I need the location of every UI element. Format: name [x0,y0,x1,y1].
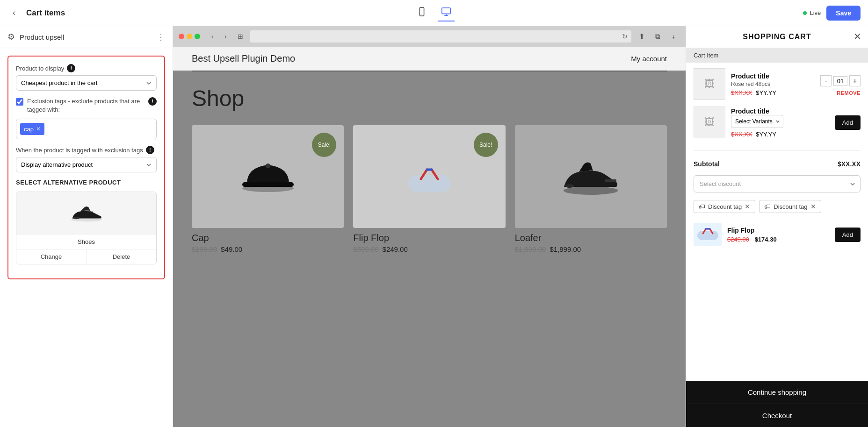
save-button[interactable]: Save [826,6,861,21]
svg-point-17 [565,184,574,188]
cart-item-1-price-new: $YY.YY [756,89,776,96]
discount-tag-1-remove[interactable]: ✕ [745,203,750,210]
sale-badge-cap: Sale! [312,133,336,157]
live-badge: Live [803,9,821,16]
svg-rect-2 [442,7,450,14]
info-icon-when-tagged: ! [146,146,154,154]
tag-icon-1: 🏷 [699,203,705,210]
cart-section-label: Cart Item [686,48,868,63]
cart-item-1-title: Product title [731,72,815,80]
select-alt-label: SELECT ALTERNATIVE PRODUCT [16,179,157,186]
dot-red [179,34,184,39]
add-button-2[interactable]: Add [835,115,861,130]
upsell-image [694,223,722,246]
image-placeholder-2: 🖼 [704,116,715,128]
cap-name: Cap [192,233,344,243]
svg-rect-8 [242,182,294,187]
shop-header: Best Upsell Plugin Demo My account [173,47,686,71]
share-button[interactable]: ⬆ [635,30,648,43]
tag-area: cap ✕ [16,119,157,139]
delete-button[interactable]: Delete [87,249,156,264]
dots-icon[interactable]: ⋮ [157,32,165,42]
cart-item-2-price-strike: $XX.XX [731,131,752,138]
discount-tags-row: 🏷 Discount tag ✕ 🏷 Discount tag ✕ [686,196,868,217]
tag-label: cap [24,126,34,133]
cart-item-2-image: 🖼 [694,107,725,138]
qty-increase-1[interactable]: + [849,75,861,86]
my-account-link[interactable]: My account [631,55,667,63]
upsell-prices: $249.00 $174.30 [727,236,829,243]
loafer-old-price: $1,999.00 [515,245,546,253]
shop-section-title: Shop [173,71,686,116]
shoe-icon [70,203,103,224]
gear-icon: ⚙ [7,32,15,42]
sidebar-toggle[interactable]: ⊞ [235,31,246,42]
svg-point-6 [73,217,80,219]
cart-item-1-right: - 01 + REMOVE [820,72,861,96]
mobile-preview-icon[interactable] [413,5,430,21]
back-nav-button[interactable]: ‹ [207,31,218,42]
svg-rect-0 [420,7,424,15]
plus-tab-button[interactable]: + [667,30,680,43]
shop-preview: Best Upsell Plugin Demo My account Shop … [173,47,686,427]
cap-new-price: $49.00 [221,245,242,253]
dot-green [195,34,200,39]
loafer-prices: $1,999.00 $1,899.00 [515,245,667,253]
discount-tag-2-remove[interactable]: ✕ [810,203,816,210]
subtotal-label: Subtotal [694,160,720,168]
cap-prices: $199.00 $49.00 [192,245,344,253]
product-flipflop: Sale! Flip Flop $599.00 $249.0 [353,125,505,253]
when-tagged-select[interactable]: Display alternative product [16,157,157,172]
upsell-add-button[interactable]: Add [835,228,861,242]
tag-remove-icon[interactable]: ✕ [36,126,41,132]
dot-yellow [187,34,192,39]
cart-item-2-price: $XX.XX $YY.YY [731,131,829,138]
forward-nav-button[interactable]: › [220,31,231,42]
product-cap: Sale! Cap $199.00 $49.00 [192,125,344,253]
discount-select-row: Select discount [686,171,868,196]
product-loafer: Loafer $1,999.00 $1,899.00 [515,125,667,253]
remove-button-1[interactable]: REMOVE [837,90,861,96]
when-tagged-label: When the product is tagged with exclusio… [16,147,143,154]
cart-item-1-price-strike: $XX.XX [731,89,752,96]
exclusion-checkbox[interactable] [16,98,23,106]
tag-cap[interactable]: cap ✕ [20,123,44,135]
address-bar[interactable]: ↻ [250,30,631,43]
product-card-actions-row: Change Delete [16,249,156,264]
live-dot [803,11,807,15]
subtotal-value: $XX.XX [838,160,861,168]
discount-tag-1: 🏷 Discount tag ✕ [694,200,755,213]
cart-close-button[interactable]: ✕ [854,31,861,42]
cart-footer: Continue shopping Checkout [686,381,868,427]
browser-chrome: ‹ › ⊞ ↻ ⬆ ⧉ + [173,26,686,47]
refresh-icon[interactable]: ↻ [622,33,628,40]
discount-tag-2: 🏷 Discount tag ✕ [759,200,821,213]
product-to-display-label: Product to display [16,65,64,72]
select-variants-dropdown[interactable]: Select Variants [731,115,783,128]
back-button[interactable]: ‹ [7,7,21,20]
change-button[interactable]: Change [16,249,87,264]
product-card-image-area [16,192,156,234]
discount-select[interactable]: Select discount [694,175,861,192]
cart-item-2-price-new: $YY.YY [756,131,776,138]
discount-tag-1-label: Discount tag [708,203,742,210]
shop-name: Best Upsell Plugin Demo [192,53,295,64]
sale-badge-flipflop: Sale! [474,133,498,157]
qty-decrease-1[interactable]: - [820,75,832,86]
loafer-name: Loafer [515,233,667,243]
loafer-image-container [515,125,667,228]
continue-shopping-button[interactable]: Continue shopping [686,381,868,404]
subtotal-row: Subtotal $XX.XX [686,157,868,171]
cart-item-2-details: Product title Select Variants $XX.XX $YY… [731,107,829,138]
cart-item-2-title: Product title [731,107,829,115]
bookmark-button[interactable]: ⧉ [651,30,664,43]
checkout-button[interactable]: Checkout [686,404,868,427]
cart-item-1-subtitle: Rose red 48pcs [731,81,815,87]
discount-tag-2-label: Discount tag [774,203,807,210]
upsell-name: Flip Flop [727,227,829,234]
product-to-display-select[interactable]: Cheapest product in the cart [16,75,157,91]
qty-value-1: 01 [833,76,847,86]
desktop-preview-icon[interactable] [438,5,455,21]
page-title: Cart items [26,8,65,18]
cart-item-1: 🖼 Product title Rose red 48pcs $XX.XX $Y… [694,68,861,100]
